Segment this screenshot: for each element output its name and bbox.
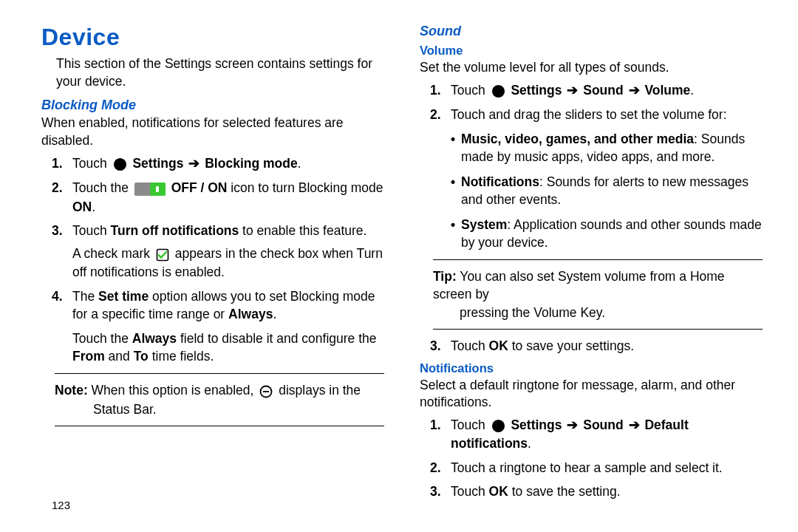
blocking-step-4: 4. The Set time option allows you to set… <box>41 287 384 366</box>
off-on-toggle-icon <box>134 180 166 198</box>
heading-sound: Sound <box>420 24 763 39</box>
volume-step-3: 3. Touch OK to save your settings. <box>420 337 763 355</box>
heading-volume: Volume <box>420 44 763 58</box>
notifications-step-3: 3. Touch OK to save the setting. <box>420 482 763 501</box>
notifications-desc: Select a default ringtone for message, a… <box>420 377 763 412</box>
volume-step-2: 2. Touch and drag the sliders to set the… <box>420 106 763 124</box>
volume-tip: Tip: You can also set System volume from… <box>420 267 763 322</box>
volume-steps-cont: 3. Touch OK to save your settings. <box>420 337 763 355</box>
blocking-steps: 1. Touch Settings ➔ Blocking mode. 2. To… <box>41 154 384 366</box>
blocking-status-icon <box>259 382 273 400</box>
blocking-step-3: 3. Touch Turn off notifications to enabl… <box>41 222 384 282</box>
volume-step-1: 1. Touch Settings ➔ Sound ➔ Volume. <box>420 81 763 100</box>
blocking-step-2: 2. Touch the OFF / ON icon to turn Block… <box>41 179 384 216</box>
blocking-desc: When enabled, notifications for selected… <box>41 115 384 149</box>
svg-rect-4 <box>156 186 159 192</box>
volume-bullets: Music, video, games, and other media: So… <box>420 130 763 252</box>
arrow-icon: ➔ <box>567 417 578 432</box>
arrow-icon: ➔ <box>567 83 578 98</box>
separator <box>433 259 763 260</box>
separator <box>55 426 384 426</box>
notifications-step-2: 2. Touch a ringtone to hear a sample and… <box>420 459 763 477</box>
device-intro: This section of the Settings screen cont… <box>41 55 384 90</box>
volume-steps: 1. Touch Settings ➔ Sound ➔ Volume. 2. T… <box>420 81 763 124</box>
blocking-step-1: 1. Touch Settings ➔ Blocking mode. <box>41 154 384 174</box>
notifications-steps: 1. Touch Settings ➔ Sound ➔ Default noti… <box>420 416 763 501</box>
right-column: Sound Volume Set the volume level for al… <box>420 24 763 507</box>
arrow-icon: ➔ <box>188 156 200 171</box>
blocking-note: Note: When this option is enabled, displ… <box>41 381 384 418</box>
arrow-icon: ➔ <box>629 417 640 432</box>
volume-bullet-system: System: Application sounds and other sou… <box>420 216 763 251</box>
heading-notifications: Notifications <box>420 361 763 375</box>
notifications-step-1: 1. Touch Settings ➔ Sound ➔ Default noti… <box>420 416 763 453</box>
volume-bullet-media: Music, video, games, and other media: So… <box>420 130 763 166</box>
separator <box>55 373 384 374</box>
settings-gear-icon <box>491 417 505 435</box>
heading-blocking-mode: Blocking Mode <box>41 98 384 113</box>
settings-gear-icon <box>113 155 127 174</box>
arrow-icon: ➔ <box>629 83 640 98</box>
manual-page: Device This section of the Settings scre… <box>0 0 798 522</box>
volume-bullet-notifications: Notifications: Sounds for alerts to new … <box>420 173 763 208</box>
settings-gear-icon <box>491 82 505 100</box>
left-column: Device This section of the Settings scre… <box>41 24 384 507</box>
volume-desc: Set the volume level for all types of so… <box>420 59 763 77</box>
separator <box>433 329 763 330</box>
page-number: 123 <box>52 499 70 511</box>
checkmark-icon <box>156 245 169 264</box>
heading-device: Device <box>41 24 384 51</box>
